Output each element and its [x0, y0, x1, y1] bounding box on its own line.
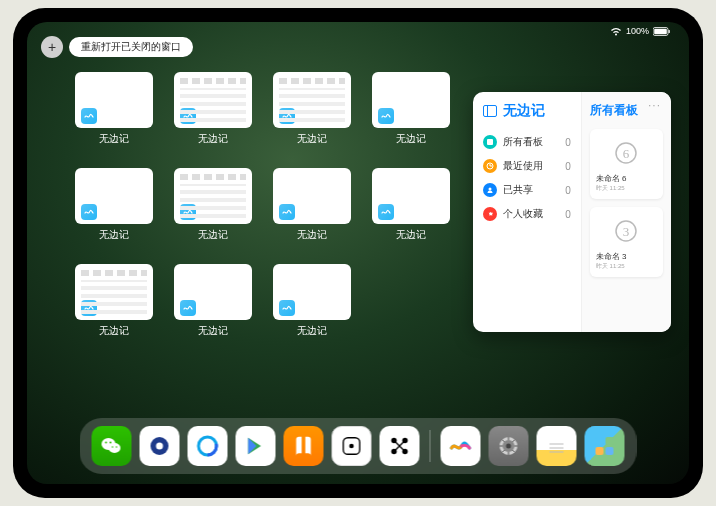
game-icon[interactable] — [332, 426, 372, 466]
nodes-icon[interactable] — [380, 426, 420, 466]
more-icon[interactable]: ··· — [648, 98, 661, 112]
window-label: 无边记 — [198, 324, 228, 338]
sidebar-item[interactable]: 所有看板0 — [483, 130, 571, 154]
board-card[interactable]: 3未命名 3昨天 11:25 — [590, 207, 663, 277]
battery-pct: 100% — [626, 26, 649, 36]
window-label: 无边记 — [297, 324, 327, 338]
svg-rect-45 — [606, 447, 614, 455]
freeform-app-icon — [81, 300, 97, 316]
window-thumbnail — [75, 264, 153, 320]
app-window[interactable]: 无边记 — [269, 72, 354, 146]
app-window[interactable]: 无边记 — [170, 264, 255, 338]
window-thumbnail — [372, 72, 450, 128]
sidebar-item-label: 个人收藏 — [503, 207, 565, 221]
svg-point-17 — [116, 446, 118, 448]
app-window[interactable]: 无边记 — [71, 264, 156, 338]
sidebar-item[interactable]: 最近使用0 — [483, 154, 571, 178]
sidebar-item-label: 已共享 — [503, 183, 565, 197]
freeform-app-icon — [180, 108, 196, 124]
wechat-icon[interactable] — [92, 426, 132, 466]
top-controls: + 重新打开已关闭的窗口 — [41, 36, 193, 58]
sidebar-item-icon — [483, 159, 497, 173]
app-window[interactable]: 无边记 — [170, 168, 255, 242]
app-window[interactable]: 无边记 — [170, 72, 255, 146]
playstore-icon[interactable] — [236, 426, 276, 466]
window-label: 无边记 — [297, 132, 327, 146]
quark-icon[interactable] — [140, 426, 180, 466]
sidebar-toggle-icon[interactable] — [483, 105, 497, 117]
reopen-closed-window-button[interactable]: 重新打开已关闭的窗口 — [69, 37, 193, 57]
svg-point-16 — [112, 446, 114, 448]
freeform-icon[interactable] — [441, 426, 481, 466]
svg-rect-42 — [596, 437, 604, 445]
stage-title: 无边记 — [503, 102, 545, 120]
app-window[interactable]: 无边记 — [368, 168, 453, 242]
sidebar-item-count: 0 — [565, 137, 571, 148]
freeform-app-icon — [279, 300, 295, 316]
window-label: 无边记 — [99, 324, 129, 338]
window-label: 无边记 — [396, 132, 426, 146]
freeform-app-icon — [180, 204, 196, 220]
svg-point-23 — [349, 444, 354, 449]
window-thumbnail — [273, 168, 351, 224]
screen: 100% + 重新打开已关闭的窗口 无边记无边记无边记无边记无边记无边记无边记无… — [27, 22, 689, 484]
window-thumbnail — [174, 168, 252, 224]
board-card[interactable]: 6未命名 6昨天 11:25 — [590, 129, 663, 199]
board-date: 昨天 11:25 — [596, 184, 657, 193]
svg-point-38 — [506, 444, 511, 449]
status-bar: 100% — [610, 26, 671, 36]
sidebar-item-count: 0 — [565, 185, 571, 196]
app-window[interactable]: 无边记 — [71, 168, 156, 242]
window-thumbnail — [174, 72, 252, 128]
svg-rect-2 — [669, 30, 670, 33]
board-name: 未命名 3 — [596, 251, 657, 262]
app-window[interactable]: 无边记 — [368, 72, 453, 146]
svg-point-19 — [156, 443, 163, 450]
freeform-app-icon — [279, 108, 295, 124]
freeform-app-icon — [279, 204, 295, 220]
board-thumbnail: 3 — [596, 213, 657, 249]
sidebar-item[interactable]: 个人收藏0 — [483, 202, 571, 226]
stage-content: 所有看板 6未命名 6昨天 11:253未命名 3昨天 11:25 — [582, 92, 671, 332]
svg-point-15 — [110, 442, 112, 444]
app-switcher-grid: 无边记无边记无边记无边记无边记无边记无边记无边记无边记无边记无边记 — [71, 72, 453, 338]
sidebar-item-count: 0 — [565, 161, 571, 172]
app-library-icon[interactable] — [585, 426, 625, 466]
window-label: 无边记 — [198, 132, 228, 146]
svg-text:3: 3 — [623, 224, 630, 239]
stage-window[interactable]: ··· 无边记 所有看板0最近使用0已共享0个人收藏0 所有看板 6未命名 6昨… — [473, 92, 671, 332]
notes-icon[interactable] — [537, 426, 577, 466]
app-window[interactable]: 无边记 — [269, 264, 354, 338]
window-label: 无边记 — [396, 228, 426, 242]
window-label: 无边记 — [198, 228, 228, 242]
board-thumbnail: 6 — [596, 135, 657, 171]
app-window[interactable]: 无边记 — [269, 168, 354, 242]
sidebar-item-label: 所有看板 — [503, 135, 565, 149]
svg-rect-1 — [654, 28, 667, 34]
window-thumbnail — [174, 264, 252, 320]
stage-sidebar: 无边记 所有看板0最近使用0已共享0个人收藏0 — [473, 92, 582, 332]
sidebar-item[interactable]: 已共享0 — [483, 178, 571, 202]
qqbrowser-icon[interactable] — [188, 426, 228, 466]
sidebar-item-icon — [483, 207, 497, 221]
freeform-app-icon — [81, 108, 97, 124]
window-label: 无边记 — [99, 132, 129, 146]
battery-icon — [653, 27, 671, 36]
board-name: 未命名 6 — [596, 173, 657, 184]
ipad-device: 100% + 重新打开已关闭的窗口 无边记无边记无边记无边记无边记无边记无边记无… — [13, 8, 703, 498]
window-label: 无边记 — [99, 228, 129, 242]
svg-rect-43 — [606, 437, 614, 445]
dock — [80, 418, 637, 474]
books-icon[interactable] — [284, 426, 324, 466]
sidebar-item-icon — [483, 183, 497, 197]
settings-icon[interactable] — [489, 426, 529, 466]
window-thumbnail — [273, 72, 351, 128]
svg-rect-44 — [596, 447, 604, 455]
freeform-app-icon — [378, 108, 394, 124]
window-thumbnail — [372, 168, 450, 224]
svg-text:6: 6 — [623, 146, 630, 161]
window-label: 无边记 — [297, 228, 327, 242]
add-window-button[interactable]: + — [41, 36, 63, 58]
app-window[interactable]: 无边记 — [71, 72, 156, 146]
svg-point-14 — [105, 442, 107, 444]
